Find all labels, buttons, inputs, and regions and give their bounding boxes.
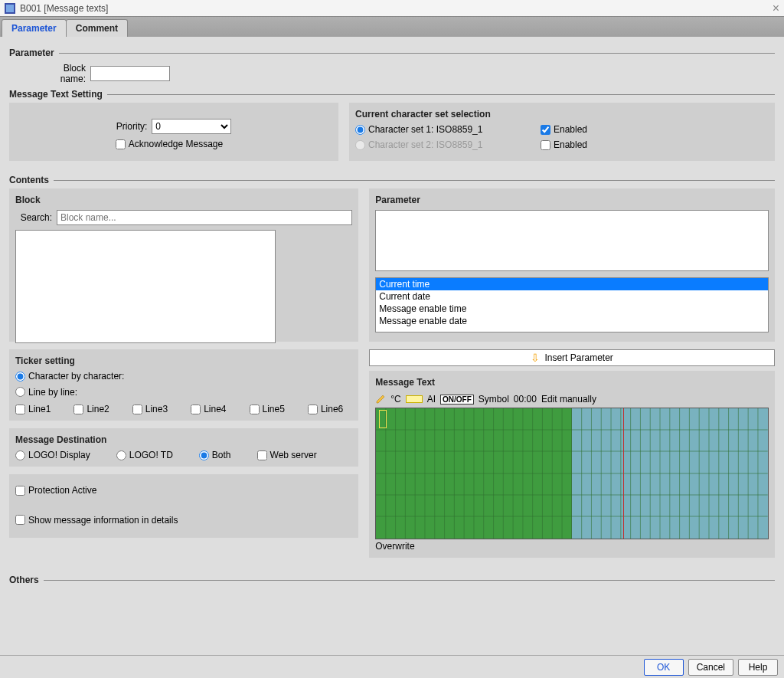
dest-td-radio[interactable]: LOGO! TD [116,450,173,460]
param-item-current-date[interactable]: Current date [376,290,768,303]
param-item-enable-time[interactable]: Message enable time [376,303,768,315]
ok-button[interactable]: OK [644,659,684,676]
ccs-title: Current character set selection [355,109,769,120]
priority-label: Priority: [116,121,148,132]
dest-web-checkbox[interactable]: Web server [257,450,317,460]
search-label: Search: [15,212,52,223]
block-name-input[interactable] [90,66,170,81]
tab-bar: Parameter Comment [0,17,784,37]
block-search-input[interactable] [57,210,352,225]
parameter-subtitle: Parameter [375,195,769,205]
tool-onoff[interactable]: ON/OFF [440,395,474,405]
title-bar: B001 [Message texts] × [0,0,784,17]
overwrite-label: Overwrite [375,541,769,552]
message-text-grid[interactable] [375,408,769,539]
ticker-line-radio[interactable]: Line by line: [15,387,77,398]
section-contents-title: Contents [9,175,49,185]
tool-edit-manually[interactable]: Edit manually [541,394,596,405]
charset2-radio: Character set 2: ISO8859_1 [355,139,508,150]
show-info-checkbox[interactable]: Show message information in details [15,515,178,526]
app-icon [5,3,15,14]
line4-checkbox[interactable]: Line4 [191,404,226,414]
tool-bar-icon[interactable] [406,395,423,403]
dest-both-radio[interactable]: Both [199,450,231,460]
block-subtitle: Block [15,195,352,205]
section-parameter-header: Parameter [9,47,775,58]
block-list[interactable] [15,230,276,343]
section-others-title: Others [9,575,39,585]
param-item-current-time[interactable]: Current time [376,278,768,290]
tab-parameter[interactable]: Parameter [2,19,67,37]
block-name-label: Block name: [37,63,86,84]
tab-comment[interactable]: Comment [66,19,128,37]
dialog-button-bar: OK Cancel Help [0,655,784,678]
window-title: B001 [Message texts] [20,3,773,14]
tool-degc[interactable]: °C [390,394,400,405]
section-contents-header: Contents [9,175,775,185]
cancel-button[interactable]: Cancel [688,659,733,676]
svg-rect-1 [6,5,14,12]
section-others-header: Others [9,575,775,585]
help-button[interactable]: Help [738,659,778,676]
dest-title: Message Destination [15,434,352,445]
param-item-enable-date[interactable]: Message enable date [376,315,768,327]
dest-logo-radio[interactable]: LOGO! Display [15,450,90,460]
section-mts-header: Message Text Setting [9,89,775,100]
line1-checkbox[interactable]: Line1 [15,404,51,414]
tool-symbol[interactable]: Symbol [479,394,509,405]
line3-checkbox[interactable]: Line3 [132,404,168,414]
line5-checkbox[interactable]: Line5 [250,404,285,414]
msgtext-title: Message Text [375,377,769,388]
tool-ai[interactable]: AI [427,394,436,405]
line2-checkbox[interactable]: Line2 [74,404,109,414]
close-icon[interactable]: × [773,2,779,15]
section-mts-title: Message Text Setting [9,89,103,100]
charset2-enabled-checkbox[interactable]: Enabled [541,139,587,150]
ticker-title: Ticker setting [15,355,352,366]
arrow-down-icon: ⇩ [531,352,540,364]
grid-divider-line [623,408,624,539]
parameter-list[interactable]: Current time Current date Message enable… [375,277,769,332]
pencil-icon[interactable] [375,394,386,405]
parameter-block-list[interactable] [375,210,769,271]
insert-parameter-button[interactable]: ⇩ Insert Parameter [369,349,775,366]
ticker-char-radio[interactable]: Character by character: [15,371,124,382]
tool-time[interactable]: 00:00 [514,394,537,405]
charset1-enabled-checkbox[interactable]: Enabled [541,124,587,135]
acknowledge-checkbox[interactable]: Acknowledge Message [116,139,223,149]
priority-select[interactable]: 0 [152,119,231,134]
protection-checkbox[interactable]: Protection Active [15,485,96,496]
svg-marker-2 [377,395,384,403]
charset1-radio[interactable]: Character set 1: ISO8859_1 [355,124,508,135]
grid-cursor [379,410,387,428]
section-parameter-title: Parameter [9,47,54,58]
line6-checkbox[interactable]: Line6 [308,404,343,414]
